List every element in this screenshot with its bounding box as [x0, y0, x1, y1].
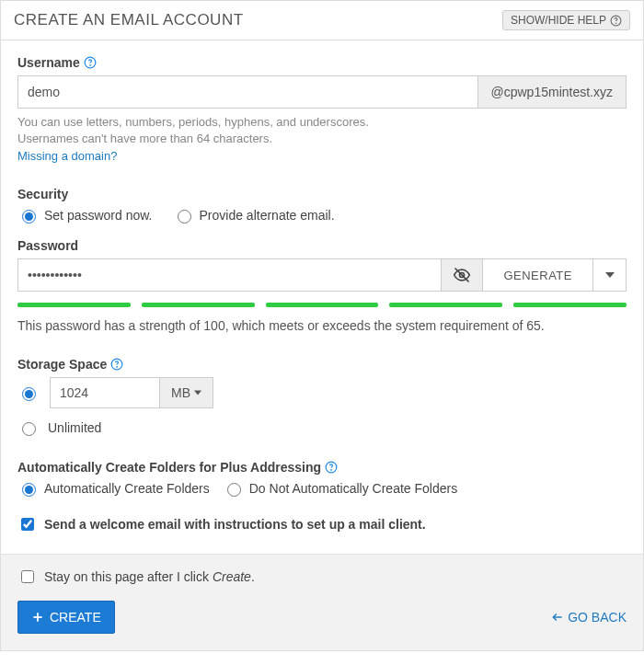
plus-icon: [31, 611, 44, 624]
svg-point-3: [89, 65, 90, 66]
help-button-label: SHOW/HIDE HELP: [511, 14, 606, 27]
security-radios: Set password now. Provide alternate emai…: [17, 207, 627, 224]
strength-segment: [513, 303, 627, 307]
password-input[interactable]: [17, 258, 441, 292]
show-hide-help-button[interactable]: SHOW/HIDE HELP: [502, 10, 630, 30]
storage-unlimited-radio[interactable]: [22, 422, 36, 436]
generate-options-button[interactable]: [593, 258, 627, 292]
username-hint2: Usernames can't have more than 64 charac…: [17, 131, 627, 147]
svg-point-9: [331, 470, 332, 471]
generate-password-button[interactable]: GENERATE: [483, 258, 593, 292]
panel-body: Username @cpwp15mintest.xyz You can use …: [1, 40, 643, 554]
question-circle-icon[interactable]: [110, 358, 123, 371]
arrow-left-icon: [551, 611, 564, 624]
create-email-panel: CREATE AN EMAIL ACCOUNT SHOW/HIDE HELP U…: [0, 0, 644, 651]
username-hint1: You can use letters, numbers, periods, h…: [17, 114, 627, 131]
toggle-password-visibility-button[interactable]: [441, 258, 483, 292]
auto-folders-label: Automatically Create Folders: [44, 481, 210, 496]
footer-actions: CREATE GO BACK: [17, 601, 627, 634]
strength-segment: [142, 303, 255, 307]
set-password-now-radio[interactable]: [22, 210, 36, 224]
strength-segment: [17, 303, 131, 307]
create-button[interactable]: CREATE: [17, 601, 115, 634]
storage-value-group: MB: [50, 377, 213, 408]
alternate-email-radio[interactable]: [178, 210, 191, 224]
stay-on-page-label: Stay on this page after I click Create.: [44, 569, 255, 584]
no-auto-folders-radio[interactable]: [227, 483, 241, 497]
password-section: Password GENERATE: [17, 238, 627, 333]
set-password-now-option[interactable]: Set password now.: [17, 207, 153, 224]
alternate-email-label: Provide alternate email.: [200, 208, 335, 223]
welcome-email-checkbox[interactable]: [21, 518, 34, 531]
alternate-email-option[interactable]: Provide alternate email.: [173, 207, 335, 224]
page-title: CREATE AN EMAIL ACCOUNT: [14, 11, 244, 29]
domain-addon: @cpwp15mintest.xyz: [478, 75, 627, 109]
auto-folders-option[interactable]: Automatically Create Folders: [17, 480, 210, 497]
stay-on-page-row[interactable]: Stay on this page after I click Create.: [17, 568, 627, 586]
stay-label-em: Create: [213, 569, 251, 584]
go-back-link[interactable]: GO BACK: [551, 610, 627, 625]
missing-domain-link[interactable]: Missing a domain?: [17, 149, 627, 163]
username-label: Username: [17, 55, 80, 70]
storage-unlimited-row[interactable]: Unlimited: [17, 419, 627, 436]
password-strength-text: This password has a strength of 100, whi…: [17, 318, 627, 333]
storage-unit-label: MB: [171, 385, 190, 400]
storage-unit-button[interactable]: MB: [160, 377, 213, 408]
stay-label-pre: Stay on this page after I click: [44, 569, 213, 584]
storage-label: Storage Space: [17, 357, 107, 372]
panel-footer: Stay on this page after I click Create. …: [1, 554, 643, 650]
storage-custom-radio[interactable]: [22, 387, 36, 401]
password-strength-bar: [17, 303, 627, 307]
password-label: Password: [17, 238, 627, 253]
username-input-group: @cpwp15mintest.xyz: [17, 75, 627, 109]
storage-section: Storage Space MB: [17, 357, 627, 436]
folders-label-row: Automatically Create Folders for Plus Ad…: [17, 460, 627, 475]
question-circle-icon[interactable]: [325, 461, 338, 474]
folders-label: Automatically Create Folders for Plus Ad…: [17, 460, 321, 475]
create-button-label: CREATE: [50, 610, 101, 625]
go-back-label: GO BACK: [568, 610, 627, 625]
svg-point-1: [615, 22, 616, 23]
auto-folders-radio[interactable]: [22, 483, 36, 497]
welcome-email-row[interactable]: Send a welcome email with instructions t…: [17, 515, 627, 533]
username-section: Username @cpwp15mintest.xyz You can use …: [17, 55, 627, 163]
storage-unlimited-label: Unlimited: [48, 420, 101, 435]
welcome-email-label: Send a welcome email with instructions t…: [44, 517, 426, 532]
set-password-now-label: Set password now.: [44, 208, 153, 223]
eye-off-icon: [453, 266, 471, 284]
no-auto-folders-option[interactable]: Do Not Automatically Create Folders: [223, 480, 457, 497]
strength-segment: [389, 303, 502, 307]
question-circle-icon: [610, 15, 622, 27]
security-label: Security: [17, 187, 627, 201]
stay-label-post: .: [251, 569, 255, 584]
svg-point-7: [117, 367, 118, 368]
no-auto-folders-label: Do Not Automatically Create Folders: [249, 481, 457, 496]
caret-down-icon: [194, 389, 201, 396]
storage-label-row: Storage Space: [17, 357, 627, 372]
username-input[interactable]: [17, 75, 478, 109]
storage-custom-row: MB: [17, 377, 627, 408]
stay-on-page-checkbox[interactable]: [21, 570, 34, 583]
security-section: Security Set password now. Provide alter…: [17, 187, 627, 224]
folders-section: Automatically Create Folders for Plus Ad…: [17, 460, 627, 497]
username-label-row: Username: [17, 55, 627, 70]
folders-radios: Automatically Create Folders Do Not Auto…: [17, 480, 627, 497]
strength-segment: [266, 303, 379, 307]
panel-header: CREATE AN EMAIL ACCOUNT SHOW/HIDE HELP: [1, 1, 643, 40]
caret-down-icon: [605, 270, 615, 280]
storage-value-input[interactable]: [50, 377, 160, 408]
question-circle-icon[interactable]: [84, 56, 97, 69]
password-row: GENERATE: [17, 258, 627, 292]
